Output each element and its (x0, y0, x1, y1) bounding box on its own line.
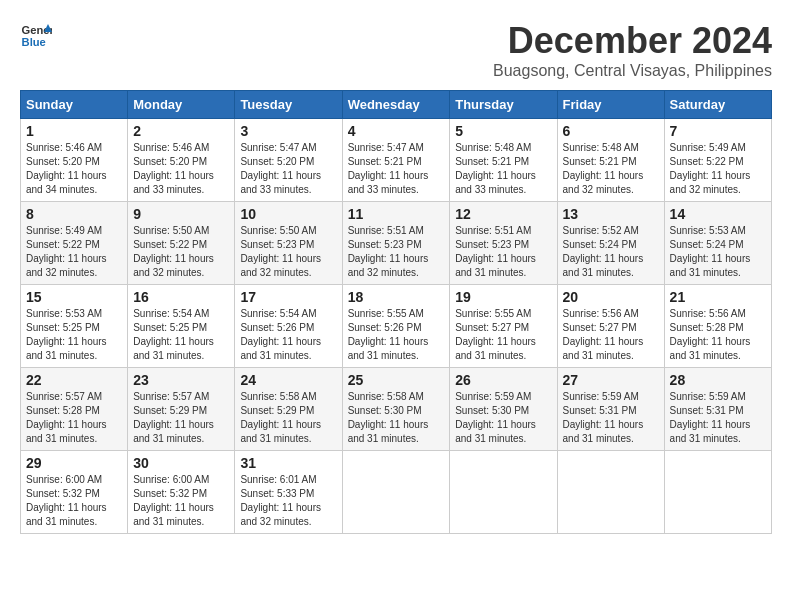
day-info: Sunrise: 5:55 AMSunset: 5:27 PMDaylight:… (455, 307, 551, 363)
day-number: 17 (240, 289, 336, 305)
day-info: Sunrise: 5:50 AMSunset: 5:22 PMDaylight:… (133, 224, 229, 280)
calendar-week-2: 8Sunrise: 5:49 AMSunset: 5:22 PMDaylight… (21, 202, 772, 285)
calendar-week-4: 22Sunrise: 5:57 AMSunset: 5:28 PMDayligh… (21, 368, 772, 451)
calendar-cell (557, 451, 664, 534)
weekday-header-wednesday: Wednesday (342, 91, 450, 119)
day-number: 22 (26, 372, 122, 388)
calendar-cell: 11Sunrise: 5:51 AMSunset: 5:23 PMDayligh… (342, 202, 450, 285)
calendar-cell: 27Sunrise: 5:59 AMSunset: 5:31 PMDayligh… (557, 368, 664, 451)
day-info: Sunrise: 5:48 AMSunset: 5:21 PMDaylight:… (455, 141, 551, 197)
month-title: December 2024 (493, 20, 772, 62)
calendar-table: SundayMondayTuesdayWednesdayThursdayFrid… (20, 90, 772, 534)
day-info: Sunrise: 5:51 AMSunset: 5:23 PMDaylight:… (348, 224, 445, 280)
day-info: Sunrise: 5:55 AMSunset: 5:26 PMDaylight:… (348, 307, 445, 363)
day-number: 15 (26, 289, 122, 305)
calendar-week-3: 15Sunrise: 5:53 AMSunset: 5:25 PMDayligh… (21, 285, 772, 368)
weekday-header-thursday: Thursday (450, 91, 557, 119)
day-number: 31 (240, 455, 336, 471)
calendar-cell: 15Sunrise: 5:53 AMSunset: 5:25 PMDayligh… (21, 285, 128, 368)
day-info: Sunrise: 5:52 AMSunset: 5:24 PMDaylight:… (563, 224, 659, 280)
calendar-cell: 10Sunrise: 5:50 AMSunset: 5:23 PMDayligh… (235, 202, 342, 285)
day-number: 9 (133, 206, 229, 222)
calendar-cell: 7Sunrise: 5:49 AMSunset: 5:22 PMDaylight… (664, 119, 771, 202)
day-number: 28 (670, 372, 766, 388)
weekday-header-monday: Monday (128, 91, 235, 119)
calendar-cell: 25Sunrise: 5:58 AMSunset: 5:30 PMDayligh… (342, 368, 450, 451)
day-info: Sunrise: 5:46 AMSunset: 5:20 PMDaylight:… (133, 141, 229, 197)
weekday-header-row: SundayMondayTuesdayWednesdayThursdayFrid… (21, 91, 772, 119)
day-number: 8 (26, 206, 122, 222)
day-info: Sunrise: 5:54 AMSunset: 5:25 PMDaylight:… (133, 307, 229, 363)
calendar-cell: 30Sunrise: 6:00 AMSunset: 5:32 PMDayligh… (128, 451, 235, 534)
day-number: 13 (563, 206, 659, 222)
location-title: Buagsong, Central Visayas, Philippines (493, 62, 772, 80)
calendar-cell: 8Sunrise: 5:49 AMSunset: 5:22 PMDaylight… (21, 202, 128, 285)
day-info: Sunrise: 5:48 AMSunset: 5:21 PMDaylight:… (563, 141, 659, 197)
calendar-cell: 31Sunrise: 6:01 AMSunset: 5:33 PMDayligh… (235, 451, 342, 534)
day-info: Sunrise: 5:57 AMSunset: 5:28 PMDaylight:… (26, 390, 122, 446)
title-area: December 2024 Buagsong, Central Visayas,… (493, 20, 772, 80)
day-info: Sunrise: 5:47 AMSunset: 5:21 PMDaylight:… (348, 141, 445, 197)
day-number: 23 (133, 372, 229, 388)
calendar-week-5: 29Sunrise: 6:00 AMSunset: 5:32 PMDayligh… (21, 451, 772, 534)
calendar-cell: 18Sunrise: 5:55 AMSunset: 5:26 PMDayligh… (342, 285, 450, 368)
day-number: 30 (133, 455, 229, 471)
day-number: 26 (455, 372, 551, 388)
calendar-cell (342, 451, 450, 534)
day-number: 21 (670, 289, 766, 305)
day-number: 2 (133, 123, 229, 139)
day-info: Sunrise: 6:00 AMSunset: 5:32 PMDaylight:… (26, 473, 122, 529)
calendar-cell (450, 451, 557, 534)
day-info: Sunrise: 5:59 AMSunset: 5:31 PMDaylight:… (670, 390, 766, 446)
day-number: 4 (348, 123, 445, 139)
calendar-cell: 26Sunrise: 5:59 AMSunset: 5:30 PMDayligh… (450, 368, 557, 451)
logo-icon: General Blue (20, 20, 52, 52)
calendar-cell: 5Sunrise: 5:48 AMSunset: 5:21 PMDaylight… (450, 119, 557, 202)
calendar-cell: 3Sunrise: 5:47 AMSunset: 5:20 PMDaylight… (235, 119, 342, 202)
calendar-cell: 21Sunrise: 5:56 AMSunset: 5:28 PMDayligh… (664, 285, 771, 368)
day-number: 25 (348, 372, 445, 388)
calendar-cell: 13Sunrise: 5:52 AMSunset: 5:24 PMDayligh… (557, 202, 664, 285)
calendar-cell (664, 451, 771, 534)
calendar-cell: 22Sunrise: 5:57 AMSunset: 5:28 PMDayligh… (21, 368, 128, 451)
calendar-cell: 17Sunrise: 5:54 AMSunset: 5:26 PMDayligh… (235, 285, 342, 368)
day-info: Sunrise: 5:56 AMSunset: 5:28 PMDaylight:… (670, 307, 766, 363)
weekday-header-sunday: Sunday (21, 91, 128, 119)
day-info: Sunrise: 5:53 AMSunset: 5:25 PMDaylight:… (26, 307, 122, 363)
day-info: Sunrise: 5:59 AMSunset: 5:30 PMDaylight:… (455, 390, 551, 446)
calendar-cell: 28Sunrise: 5:59 AMSunset: 5:31 PMDayligh… (664, 368, 771, 451)
calendar-cell: 9Sunrise: 5:50 AMSunset: 5:22 PMDaylight… (128, 202, 235, 285)
day-number: 16 (133, 289, 229, 305)
weekday-header-friday: Friday (557, 91, 664, 119)
day-number: 6 (563, 123, 659, 139)
calendar-cell: 23Sunrise: 5:57 AMSunset: 5:29 PMDayligh… (128, 368, 235, 451)
header: General Blue December 2024 Buagsong, Cen… (20, 20, 772, 80)
logo: General Blue (20, 20, 52, 52)
day-number: 18 (348, 289, 445, 305)
calendar-cell: 29Sunrise: 6:00 AMSunset: 5:32 PMDayligh… (21, 451, 128, 534)
day-number: 3 (240, 123, 336, 139)
calendar-cell: 14Sunrise: 5:53 AMSunset: 5:24 PMDayligh… (664, 202, 771, 285)
calendar-cell: 4Sunrise: 5:47 AMSunset: 5:21 PMDaylight… (342, 119, 450, 202)
day-info: Sunrise: 5:49 AMSunset: 5:22 PMDaylight:… (670, 141, 766, 197)
day-info: Sunrise: 5:51 AMSunset: 5:23 PMDaylight:… (455, 224, 551, 280)
day-info: Sunrise: 5:56 AMSunset: 5:27 PMDaylight:… (563, 307, 659, 363)
day-number: 20 (563, 289, 659, 305)
day-number: 1 (26, 123, 122, 139)
day-number: 27 (563, 372, 659, 388)
calendar-cell: 19Sunrise: 5:55 AMSunset: 5:27 PMDayligh… (450, 285, 557, 368)
day-number: 11 (348, 206, 445, 222)
day-number: 29 (26, 455, 122, 471)
day-info: Sunrise: 6:00 AMSunset: 5:32 PMDaylight:… (133, 473, 229, 529)
day-number: 5 (455, 123, 551, 139)
calendar-cell: 12Sunrise: 5:51 AMSunset: 5:23 PMDayligh… (450, 202, 557, 285)
calendar-cell: 2Sunrise: 5:46 AMSunset: 5:20 PMDaylight… (128, 119, 235, 202)
day-number: 10 (240, 206, 336, 222)
calendar-cell: 20Sunrise: 5:56 AMSunset: 5:27 PMDayligh… (557, 285, 664, 368)
calendar-cell: 1Sunrise: 5:46 AMSunset: 5:20 PMDaylight… (21, 119, 128, 202)
day-number: 14 (670, 206, 766, 222)
day-info: Sunrise: 5:54 AMSunset: 5:26 PMDaylight:… (240, 307, 336, 363)
day-number: 24 (240, 372, 336, 388)
day-info: Sunrise: 5:47 AMSunset: 5:20 PMDaylight:… (240, 141, 336, 197)
weekday-header-tuesday: Tuesday (235, 91, 342, 119)
